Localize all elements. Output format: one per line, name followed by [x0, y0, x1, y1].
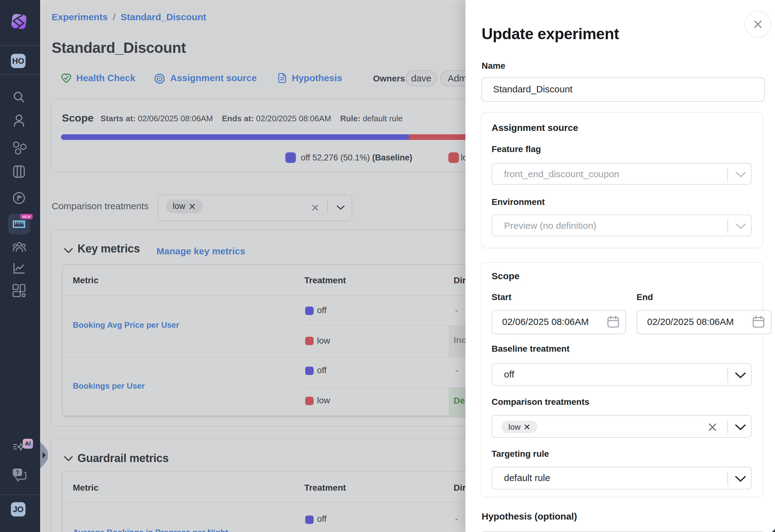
svg-text:?: ? [16, 470, 19, 476]
